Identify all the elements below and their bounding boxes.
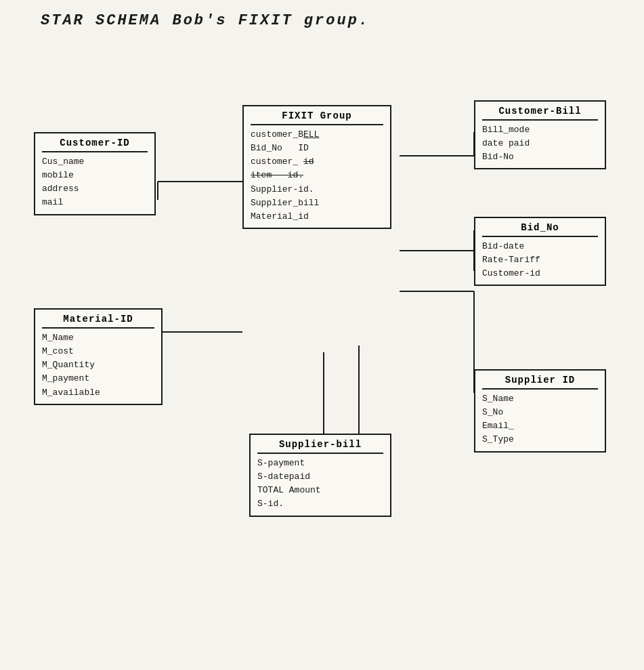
field-m-available: M_available	[42, 386, 154, 400]
fixit-group-header: FIXIT Group	[251, 110, 383, 125]
field-s-payment: S-payment	[257, 457, 383, 470]
supplier-dim-header: Supplier ID	[482, 375, 598, 390]
field-total-amount: TOTAL Amount	[257, 484, 383, 497]
field-customer-id-bid: Customer-id	[482, 267, 598, 280]
material-dim-table: Material-ID M_Name M_cost M_Quantity M_p…	[34, 308, 163, 405]
fixit-group-table: FIXIT Group customer_BELL Bid_No ID cust…	[242, 105, 391, 229]
supplier-dim-table: Supplier ID S_Name S_No Email_ S_Type	[474, 369, 606, 453]
field-material-id: Material_id	[251, 210, 383, 224]
field-date-paid: date paid	[482, 137, 598, 150]
field-supplier-id: Supplier-id.	[251, 183, 383, 196]
bid-dim-table: Bid_No Bid-date Rate-Tariff Customer-id	[474, 217, 606, 286]
page-title: STAR SCHEMA Bob's FIXIT group.	[41, 12, 370, 29]
field-customer-id: customer_ id	[251, 155, 383, 169]
field-email: Email_	[482, 419, 598, 433]
field-mobile: mobile	[42, 169, 148, 182]
customer-bill-header: Customer-Bill	[482, 106, 598, 121]
supplier-bill-table: Supplier-bill S-payment S-datepaid TOTAL…	[249, 434, 391, 517]
customer-dim-header: Customer-ID	[42, 138, 148, 152]
supplier-bill-header: Supplier-bill	[257, 439, 383, 454]
field-cus-name: Cus_name	[42, 155, 148, 169]
field-s-no: S_No	[482, 406, 598, 419]
field-bill-mode: Bill_mode	[482, 123, 598, 137]
bid-dim-header: Bid_No	[482, 222, 598, 237]
field-s-id: S-id.	[257, 497, 383, 511]
field-supplier-bill: Supplier_bill	[251, 196, 383, 210]
field-s-datepaid: S-datepaid	[257, 470, 383, 484]
field-m-payment: M_payment	[42, 372, 154, 385]
field-item-id: item id.	[251, 169, 383, 182]
field-address: address	[42, 182, 148, 196]
material-dim-header: Material-ID	[42, 314, 154, 329]
field-rate-tariff: Rate-Tariff	[482, 253, 598, 267]
field-s-type: S_Type	[482, 433, 598, 446]
field-bid-no-cb: Bid-No	[482, 150, 598, 164]
field-bid-date: Bid-date	[482, 240, 598, 253]
field-customer-bill: customer_BELL	[251, 128, 383, 142]
field-s-name: S_Name	[482, 392, 598, 406]
field-m-quantity: M_Quantity	[42, 358, 154, 372]
customer-dim-table: Customer-ID Cus_name mobile address mail	[34, 132, 156, 215]
field-mail: mail	[42, 196, 148, 209]
field-m-cost: M_cost	[42, 345, 154, 358]
customer-bill-table: Customer-Bill Bill_mode date paid Bid-No	[474, 100, 606, 169]
field-bid-no: Bid_No ID	[251, 142, 383, 155]
field-m-name: M_Name	[42, 331, 154, 345]
